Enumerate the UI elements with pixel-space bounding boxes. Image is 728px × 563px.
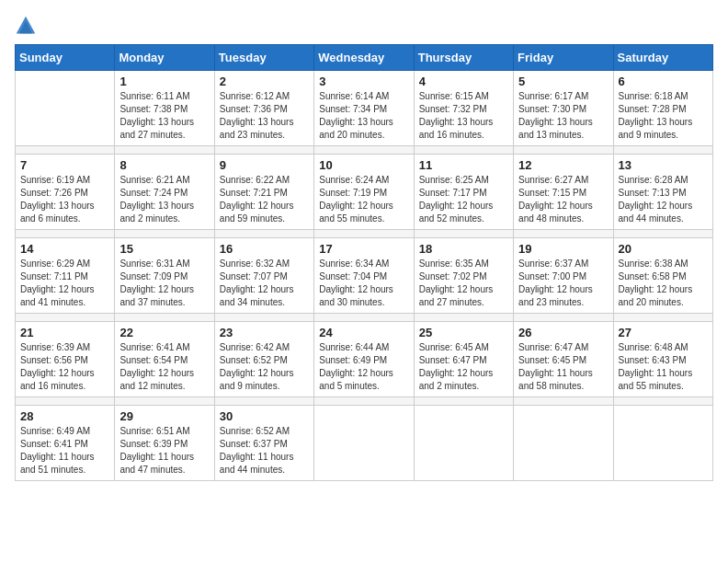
calendar-cell: 9Sunrise: 6:22 AM Sunset: 7:21 PM Daylig… (214, 155, 313, 230)
row-spacer (16, 230, 713, 238)
calendar-week-1: 1Sunrise: 6:11 AM Sunset: 7:38 PM Daylig… (16, 71, 713, 146)
calendar-table: SundayMondayTuesdayWednesdayThursdayFrid… (15, 44, 713, 481)
calendar-cell: 26Sunrise: 6:47 AM Sunset: 6:45 PM Dayli… (514, 322, 613, 397)
day-info: Sunrise: 6:35 AM Sunset: 7:02 PM Dayligh… (419, 258, 508, 309)
day-number: 2 (220, 75, 309, 88)
calendar-cell: 30Sunrise: 6:52 AM Sunset: 6:37 PM Dayli… (214, 406, 313, 481)
calendar-cell: 20Sunrise: 6:38 AM Sunset: 6:58 PM Dayli… (613, 238, 712, 314)
calendar-cell: 14Sunrise: 6:29 AM Sunset: 7:11 PM Dayli… (16, 238, 115, 314)
day-number: 10 (319, 158, 408, 172)
calendar-cell (613, 406, 712, 481)
calendar-cell: 8Sunrise: 6:21 AM Sunset: 7:24 PM Daylig… (115, 155, 214, 230)
calendar-week-4: 21Sunrise: 6:39 AM Sunset: 6:56 PM Dayli… (16, 322, 713, 397)
calendar-cell (414, 406, 513, 481)
calendar-cell: 1Sunrise: 6:11 AM Sunset: 7:38 PM Daylig… (115, 71, 214, 146)
weekday-header-wednesday: Wednesday (314, 45, 414, 71)
day-info: Sunrise: 6:48 AM Sunset: 6:43 PM Dayligh… (619, 341, 708, 393)
day-number: 4 (419, 75, 508, 88)
calendar-cell: 11Sunrise: 6:25 AM Sunset: 7:17 PM Dayli… (414, 155, 513, 230)
calendar-week-5: 28Sunrise: 6:49 AM Sunset: 6:41 PM Dayli… (16, 406, 713, 481)
calendar-cell: 2Sunrise: 6:12 AM Sunset: 7:36 PM Daylig… (214, 71, 313, 146)
day-info: Sunrise: 6:42 AM Sunset: 6:52 PM Dayligh… (220, 341, 309, 393)
calendar-header: SundayMondayTuesdayWednesdayThursdayFrid… (16, 45, 713, 71)
day-info: Sunrise: 6:19 AM Sunset: 7:26 PM Dayligh… (20, 174, 109, 225)
day-number: 22 (119, 326, 209, 339)
day-number: 21 (20, 326, 109, 339)
weekday-header-monday: Monday (115, 45, 214, 71)
row-spacer (16, 146, 713, 155)
calendar-cell: 6Sunrise: 6:18 AM Sunset: 7:28 PM Daylig… (613, 71, 712, 146)
calendar-cell: 28Sunrise: 6:49 AM Sunset: 6:41 PM Dayli… (16, 406, 115, 481)
calendar-cell: 10Sunrise: 6:24 AM Sunset: 7:19 PM Dayli… (314, 155, 414, 230)
day-info: Sunrise: 6:24 AM Sunset: 7:19 PM Dayligh… (319, 174, 408, 225)
row-spacer (16, 397, 713, 406)
day-info: Sunrise: 6:14 AM Sunset: 7:34 PM Dayligh… (319, 90, 408, 142)
day-number: 27 (619, 326, 708, 339)
day-info: Sunrise: 6:51 AM Sunset: 6:39 PM Dayligh… (119, 425, 209, 477)
calendar-cell: 7Sunrise: 6:19 AM Sunset: 7:26 PM Daylig… (16, 155, 115, 230)
day-info: Sunrise: 6:27 AM Sunset: 7:15 PM Dayligh… (518, 174, 608, 225)
weekday-header-tuesday: Tuesday (214, 45, 313, 71)
weekday-header-saturday: Saturday (613, 45, 712, 71)
day-info: Sunrise: 6:28 AM Sunset: 7:13 PM Dayligh… (619, 174, 708, 225)
day-info: Sunrise: 6:44 AM Sunset: 6:49 PM Dayligh… (319, 341, 408, 393)
day-number: 18 (419, 242, 508, 256)
day-info: Sunrise: 6:41 AM Sunset: 6:54 PM Dayligh… (119, 341, 209, 393)
calendar-cell (16, 71, 115, 146)
day-info: Sunrise: 6:12 AM Sunset: 7:36 PM Dayligh… (220, 90, 309, 142)
calendar-cell: 3Sunrise: 6:14 AM Sunset: 7:34 PM Daylig… (314, 71, 414, 146)
calendar-cell: 18Sunrise: 6:35 AM Sunset: 7:02 PM Dayli… (414, 238, 513, 314)
day-number: 26 (518, 326, 608, 339)
day-number: 30 (220, 409, 309, 423)
day-number: 14 (20, 242, 109, 256)
calendar-cell: 29Sunrise: 6:51 AM Sunset: 6:39 PM Dayli… (115, 406, 214, 481)
day-info: Sunrise: 6:22 AM Sunset: 7:21 PM Dayligh… (220, 174, 309, 225)
day-number: 5 (518, 75, 608, 88)
logo-icon (15, 15, 37, 37)
calendar-cell: 17Sunrise: 6:34 AM Sunset: 7:04 PM Dayli… (314, 238, 414, 314)
day-info: Sunrise: 6:25 AM Sunset: 7:17 PM Dayligh… (419, 174, 508, 225)
day-info: Sunrise: 6:37 AM Sunset: 7:00 PM Dayligh… (518, 258, 608, 309)
calendar-cell: 24Sunrise: 6:44 AM Sunset: 6:49 PM Dayli… (314, 322, 414, 397)
day-number: 24 (319, 326, 408, 339)
calendar-cell: 22Sunrise: 6:41 AM Sunset: 6:54 PM Dayli… (115, 322, 214, 397)
day-info: Sunrise: 6:17 AM Sunset: 7:30 PM Dayligh… (518, 90, 608, 142)
calendar-cell: 23Sunrise: 6:42 AM Sunset: 6:52 PM Dayli… (214, 322, 313, 397)
calendar-cell (314, 406, 414, 481)
calendar-cell: 15Sunrise: 6:31 AM Sunset: 7:09 PM Dayli… (115, 238, 214, 314)
calendar-cell: 27Sunrise: 6:48 AM Sunset: 6:43 PM Dayli… (613, 322, 712, 397)
day-number: 17 (319, 242, 408, 256)
day-number: 19 (518, 242, 608, 256)
calendar-cell: 12Sunrise: 6:27 AM Sunset: 7:15 PM Dayli… (514, 155, 613, 230)
calendar-cell: 13Sunrise: 6:28 AM Sunset: 7:13 PM Dayli… (613, 155, 712, 230)
day-number: 25 (419, 326, 508, 339)
day-info: Sunrise: 6:49 AM Sunset: 6:41 PM Dayligh… (20, 425, 109, 477)
calendar-cell: 25Sunrise: 6:45 AM Sunset: 6:47 PM Dayli… (414, 322, 513, 397)
calendar-cell (514, 406, 613, 481)
day-info: Sunrise: 6:21 AM Sunset: 7:24 PM Dayligh… (119, 174, 209, 225)
calendar-cell: 4Sunrise: 6:15 AM Sunset: 7:32 PM Daylig… (414, 71, 513, 146)
calendar-cell: 21Sunrise: 6:39 AM Sunset: 6:56 PM Dayli… (16, 322, 115, 397)
day-number: 20 (619, 242, 708, 256)
day-number: 29 (119, 409, 209, 423)
day-number: 23 (220, 326, 309, 339)
day-info: Sunrise: 6:18 AM Sunset: 7:28 PM Dayligh… (619, 90, 708, 142)
calendar-body: 1Sunrise: 6:11 AM Sunset: 7:38 PM Daylig… (16, 71, 713, 481)
weekday-row: SundayMondayTuesdayWednesdayThursdayFrid… (16, 45, 713, 71)
day-info: Sunrise: 6:11 AM Sunset: 7:38 PM Dayligh… (119, 90, 209, 142)
day-info: Sunrise: 6:38 AM Sunset: 6:58 PM Dayligh… (619, 258, 708, 309)
weekday-header-friday: Friday (514, 45, 613, 71)
day-info: Sunrise: 6:52 AM Sunset: 6:37 PM Dayligh… (220, 425, 309, 477)
day-number: 16 (220, 242, 309, 256)
day-info: Sunrise: 6:34 AM Sunset: 7:04 PM Dayligh… (319, 258, 408, 309)
day-info: Sunrise: 6:15 AM Sunset: 7:32 PM Dayligh… (419, 90, 508, 142)
day-info: Sunrise: 6:45 AM Sunset: 6:47 PM Dayligh… (419, 341, 508, 393)
calendar-week-2: 7Sunrise: 6:19 AM Sunset: 7:26 PM Daylig… (16, 155, 713, 230)
day-info: Sunrise: 6:47 AM Sunset: 6:45 PM Dayligh… (518, 341, 608, 393)
day-number: 28 (20, 409, 109, 423)
logo (15, 15, 40, 37)
day-info: Sunrise: 6:39 AM Sunset: 6:56 PM Dayligh… (20, 341, 109, 393)
weekday-header-thursday: Thursday (414, 45, 513, 71)
day-number: 15 (119, 242, 209, 256)
day-number: 11 (419, 158, 508, 172)
